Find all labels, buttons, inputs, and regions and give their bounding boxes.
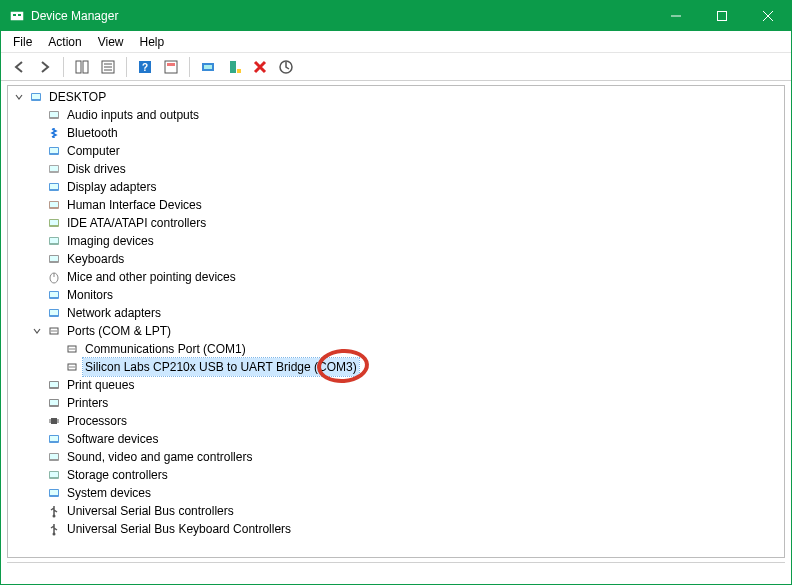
svg-point-52 [71,348,72,349]
show-hide-tree-icon[interactable] [70,55,94,79]
tree-node[interactable]: Universal Serial Bus controllers [8,502,784,520]
maximize-button[interactable] [699,1,745,31]
tree-node[interactable]: Display adapters [8,178,784,196]
tree-node-label: Computer [65,142,122,160]
svg-rect-43 [50,292,58,297]
tree-node[interactable]: DESKTOP [8,88,784,106]
tree-node[interactable]: Print queues [8,376,784,394]
tree-node[interactable]: Processors [8,412,784,430]
tree-node[interactable]: Keyboards [8,250,784,268]
no-twisty [30,270,44,284]
tree-node[interactable]: Human Interface Devices [8,196,784,214]
no-twisty [30,414,44,428]
tree-node-label: Print queues [65,376,136,394]
no-twisty [30,180,44,194]
storage-icon [46,467,62,483]
no-twisty [30,468,44,482]
no-twisty [30,216,44,230]
tree-node[interactable]: Ports (COM & LPT) [8,322,784,340]
tree-node[interactable]: Sound, video and game controllers [8,448,784,466]
tree-node-label: Software devices [65,430,160,448]
svg-rect-45 [50,310,58,315]
no-twisty [30,198,44,212]
no-twisty [30,252,44,266]
tree-node[interactable]: Storage controllers [8,466,784,484]
close-button[interactable] [745,1,791,31]
svg-rect-59 [50,382,58,387]
tree-node[interactable]: Mice and other pointing devices [8,268,784,286]
no-twisty [30,162,44,176]
menu-help[interactable]: Help [132,33,173,51]
forward-icon[interactable] [33,55,57,79]
properties-icon[interactable] [96,55,120,79]
tree-node[interactable]: Silicon Labs CP210x USB to UART Bridge (… [8,358,784,376]
svg-point-76 [53,533,56,536]
tree-node-label: Communications Port (COM1) [83,340,248,358]
uninstall-icon[interactable] [248,55,272,79]
svg-rect-2 [18,14,21,16]
mouse-icon [46,269,62,285]
device-tree-container[interactable]: DESKTOPAudio inputs and outputsBluetooth… [7,85,785,558]
no-twisty [30,288,44,302]
expand-icon[interactable] [12,90,26,104]
tree-node[interactable]: Network adapters [8,304,784,322]
svg-rect-74 [50,490,58,495]
audio-icon [46,107,62,123]
tree-node[interactable]: Printers [8,394,784,412]
back-icon[interactable] [7,55,31,79]
tree-node-label: Printers [65,394,110,412]
menu-view[interactable]: View [90,33,132,51]
tree-node[interactable]: Disk drives [8,160,784,178]
device-manager-icon [9,8,25,24]
no-twisty [30,450,44,464]
tree-node[interactable]: Bluetooth [8,124,784,142]
minimize-button[interactable] [653,1,699,31]
tree-node[interactable]: Monitors [8,286,784,304]
add-legacy-icon[interactable] [222,55,246,79]
menu-file[interactable]: File [5,33,40,51]
tree-node[interactable]: Communications Port (COM1) [8,340,784,358]
svg-point-48 [53,330,54,331]
tree-node[interactable]: Audio inputs and outputs [8,106,784,124]
no-twisty [48,342,62,356]
svg-point-56 [71,366,72,367]
tree-node[interactable]: System devices [8,484,784,502]
usb-icon [46,503,62,519]
tree-node[interactable]: IDE ATA/ATAPI controllers [8,214,784,232]
svg-point-49 [55,330,56,331]
tree-node[interactable]: Software devices [8,430,784,448]
tree-node-label: Storage controllers [65,466,170,484]
tree-node-label: Network adapters [65,304,163,322]
svg-rect-19 [230,61,236,73]
toolbar-separator [63,57,64,77]
tree-node-label: Bluetooth [65,124,120,142]
svg-rect-35 [50,220,58,225]
svg-rect-29 [50,166,58,171]
svg-point-55 [69,366,70,367]
no-twisty [48,360,62,374]
svg-rect-20 [237,69,241,73]
toolbar-separator [189,57,190,77]
update-driver-icon[interactable] [274,55,298,79]
port-icon [64,341,80,357]
help-icon[interactable]: ? [133,55,157,79]
device-manager-window: Device Manager File Action View Help ? D… [0,0,792,585]
no-twisty [30,396,44,410]
no-twisty [30,144,44,158]
no-twisty [30,504,44,518]
svg-rect-70 [50,454,58,459]
menu-action[interactable]: Action [40,33,89,51]
expand-icon[interactable] [30,324,44,338]
tree-node[interactable]: Universal Serial Bus Keyboard Controller… [8,520,784,538]
tree-node-label: Sound, video and game controllers [65,448,254,466]
svg-rect-7 [76,61,81,73]
tree-node[interactable]: Imaging devices [8,232,784,250]
svg-rect-68 [50,436,58,441]
tree-node-label: Monitors [65,286,115,304]
svg-rect-33 [50,202,58,207]
svg-rect-72 [50,472,58,477]
scan-hardware-icon[interactable] [196,55,220,79]
tree-node[interactable]: Computer [8,142,784,160]
action-icon[interactable] [159,55,183,79]
svg-point-51 [69,348,70,349]
